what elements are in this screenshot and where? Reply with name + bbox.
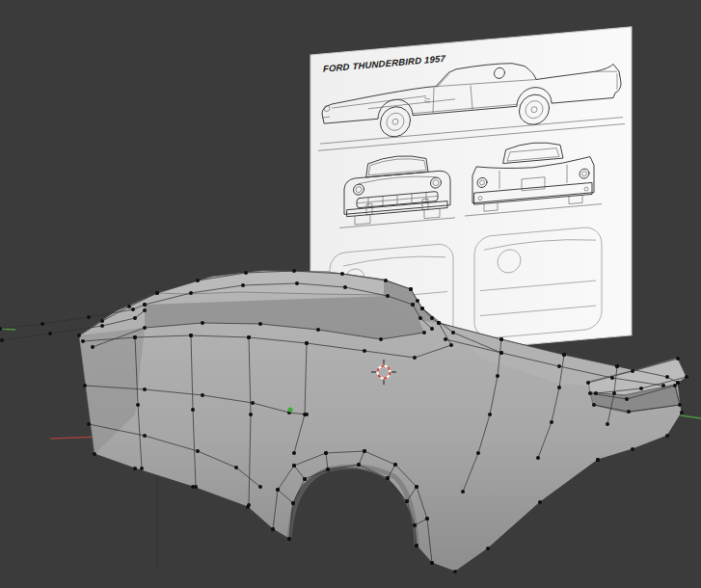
mesh-vertex[interactable] [143,434,147,438]
mesh-vertex[interactable] [326,468,330,471]
mesh-vertex[interactable] [678,403,682,407]
mesh-vertex[interactable] [295,281,299,285]
mesh-vertex[interactable] [258,485,262,489]
mesh-vertex[interactable] [83,384,87,388]
mesh-vertex[interactable] [100,319,104,323]
mesh-vertex[interactable] [550,420,553,424]
mesh-vertex[interactable] [143,326,147,330]
mesh-vertex[interactable] [258,322,262,326]
mesh-vertex[interactable] [676,357,680,361]
mesh-vertex[interactable] [292,464,296,468]
mesh-vertex[interactable] [246,505,250,509]
mesh-vertex[interactable] [247,335,251,339]
mesh-vertex[interactable] [191,408,195,412]
mesh-vertex[interactable] [444,337,447,341]
mesh-vertex[interactable] [201,393,204,397]
mesh-vertex[interactable] [430,316,434,320]
mesh-vertex[interactable] [81,339,85,343]
mesh-vertex[interactable] [673,384,677,388]
mesh-vertex[interactable] [665,434,669,438]
mesh-vertex[interactable] [140,467,144,470]
mesh-vertex[interactable] [87,315,91,319]
mesh-vertex[interactable] [0,338,4,342]
mesh-vertex[interactable] [201,321,204,325]
mesh-vertex[interactable] [40,322,44,326]
mesh-vertex[interactable] [244,271,248,275]
mesh-vertex[interactable] [155,291,159,295]
mesh-vertex[interactable] [449,343,453,347]
mesh-vertex[interactable] [488,413,492,416]
mesh-vertex[interactable] [133,316,137,320]
mesh-vertex[interactable] [196,449,200,453]
mesh-vertex[interactable] [631,447,634,451]
mesh-vertex[interactable] [562,353,566,357]
mesh-vertex[interactable] [324,451,328,455]
mesh-vertex[interactable] [143,388,147,391]
selected-mesh-vertex[interactable] [287,407,292,412]
mesh-vertex[interactable] [127,305,131,308]
mesh-vertex[interactable] [292,269,296,273]
mesh-vertex[interactable] [425,517,429,521]
mesh-vertex[interactable] [496,374,499,378]
mesh-vertex[interactable] [386,476,390,480]
mesh-vertex[interactable] [639,387,643,390]
mesh-vertex[interactable] [305,341,309,345]
mesh-vertex[interactable] [77,334,81,337]
mesh-vertex[interactable] [430,327,434,331]
mesh-vertex[interactable] [538,500,542,504]
mesh-vertex[interactable] [143,308,147,312]
mesh-vertex[interactable] [606,422,609,426]
mesh-vertex[interactable] [393,463,397,467]
mesh-vertex[interactable] [430,561,434,565]
mesh-vertex[interactable] [557,386,561,389]
mesh-vertex[interactable] [292,451,296,455]
mesh-vertex[interactable] [596,458,600,462]
mesh-vertex[interactable] [271,527,275,531]
blender-3d-viewport[interactable]: FORD THUNDERBIRD 1957 [0,0,701,588]
mesh-vertex[interactable] [91,345,94,349]
mesh-vertex[interactable] [588,391,592,395]
mesh-vertex[interactable] [661,384,665,388]
mesh-vertex[interactable] [133,467,137,470]
mesh-vertex[interactable] [316,328,320,332]
mesh-vertex[interactable] [357,463,361,467]
mesh-vertex[interactable] [363,449,366,453]
mesh-vertex[interactable] [557,364,561,368]
mesh-vertex[interactable] [586,381,590,385]
mesh-vertex[interactable] [418,316,422,320]
mesh-vertex[interactable] [189,291,193,295]
mesh-vertex[interactable] [287,537,291,541]
mesh-vertex[interactable] [363,349,366,353]
mesh-vertex[interactable] [249,413,253,416]
mesh-vertex[interactable] [303,477,307,481]
mesh-vertex[interactable] [422,331,426,334]
mesh-vertex[interactable] [594,391,598,395]
mesh-vertex[interactable] [413,356,417,360]
mesh-vertex[interactable] [131,307,135,311]
mesh-vertex[interactable] [409,287,413,291]
mesh-vertex[interactable] [610,376,614,380]
mesh-vertex[interactable] [665,375,669,379]
mesh-vertex[interactable] [631,369,634,373]
mesh-vertex[interactable] [87,422,91,426]
mesh-vertex[interactable] [48,332,52,335]
mesh-vertex[interactable] [384,279,388,282]
mesh-vertex[interactable] [136,403,140,407]
mesh-vertex[interactable] [615,364,619,368]
mesh-vertex[interactable] [437,321,441,325]
mesh-vertex[interactable] [453,570,457,574]
mesh-vertex[interactable] [612,391,616,395]
mesh-vertex[interactable] [451,331,455,334]
mesh-vertex[interactable] [486,547,490,550]
mesh-vertex[interactable] [476,451,480,455]
mesh-vertex[interactable] [189,334,193,337]
mesh-vertex[interactable] [291,501,295,505]
mesh-vertex[interactable] [420,307,424,310]
mesh-vertex[interactable] [499,351,503,355]
mesh-vertex[interactable] [143,303,147,307]
mesh-vertex[interactable] [413,523,417,527]
mesh-vertex[interactable] [93,452,96,456]
mesh-vertex[interactable] [499,337,503,341]
mesh-vertex[interactable] [415,544,418,548]
mesh-vertex[interactable] [100,324,104,328]
